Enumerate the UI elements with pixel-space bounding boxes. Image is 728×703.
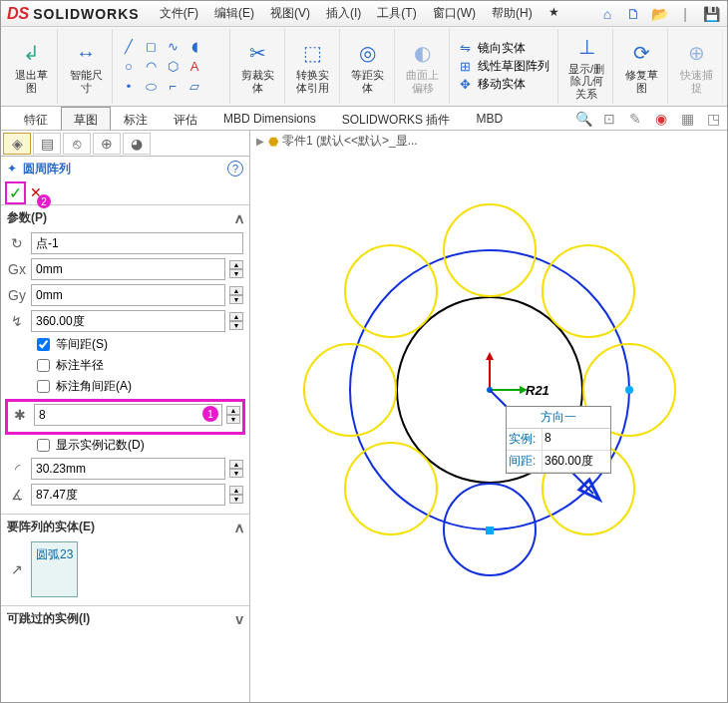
move-label[interactable]: 移动实体 xyxy=(478,76,526,93)
spinner[interactable]: ▲▼ xyxy=(229,286,243,304)
appearance-tab[interactable]: ◕ xyxy=(123,133,151,155)
circle-icon[interactable]: ○ xyxy=(119,58,139,76)
spacing-value[interactable]: 360.00度 xyxy=(543,451,595,472)
spline-icon[interactable]: ∿ xyxy=(163,38,182,56)
confirm-bar: ✓ ✕ 2 xyxy=(1,180,249,204)
x-coord-input[interactable] xyxy=(31,258,225,280)
skip-section: 可跳过的实例(I)v xyxy=(1,605,249,637)
graphics-area[interactable]: ▶ ⬣ 零件1 (默认<<默认>_显... xyxy=(250,131,727,703)
tab-plugin[interactable]: SOLIDWORKS 插件 xyxy=(329,107,464,130)
tab-sketch[interactable]: 草图 xyxy=(61,107,111,130)
ok-button[interactable]: ✓ xyxy=(9,184,22,201)
repair-sketch-button[interactable]: ⟳ 修复草图 xyxy=(619,37,663,95)
menu-view[interactable]: 视图(V) xyxy=(264,1,316,26)
chevron-up-icon[interactable]: ʌ xyxy=(235,520,243,535)
text-icon[interactable]: A xyxy=(184,58,204,76)
spinner[interactable]: ▲▼ xyxy=(229,260,243,278)
angle-input[interactable] xyxy=(31,310,225,332)
menu-window[interactable]: 窗口(W) xyxy=(427,1,482,26)
line-icon[interactable]: ╱ xyxy=(119,38,139,56)
appearance-icon[interactable]: ◉ xyxy=(651,109,671,129)
help-icon[interactable]: ? xyxy=(227,161,243,176)
zoom-fit-icon[interactable]: ⊡ xyxy=(599,109,619,129)
chevron-up-icon[interactable]: ʌ xyxy=(235,210,243,226)
tab-evaluate[interactable]: 评估 xyxy=(161,107,210,130)
spinner[interactable]: ▲▼ xyxy=(226,406,240,424)
feature-tree-tab[interactable]: ◈ xyxy=(3,133,31,155)
zoom-icon[interactable]: 🔍 xyxy=(573,109,593,129)
menu-edit[interactable]: 编辑(E) xyxy=(208,1,260,26)
point-icon[interactable]: • xyxy=(119,78,139,96)
plane-icon[interactable]: ▱ xyxy=(184,78,204,96)
slot-icon[interactable]: ◖ xyxy=(184,38,204,56)
fillet-icon[interactable]: ⌐ xyxy=(163,78,182,96)
ribbon: ↲ 退出草图 ↔ 智能尺寸 ╱ ◻ ∿ ◖ ○ ◠ ⬡ A • ⬭ xyxy=(1,27,727,107)
spinner[interactable]: ▲▼ xyxy=(229,460,243,478)
center-point-input[interactable] xyxy=(31,232,243,254)
menu-insert[interactable]: 插入(I) xyxy=(320,1,367,26)
home-icon[interactable]: ⌂ xyxy=(597,4,617,24)
smart-dimension-button[interactable]: ↔ 智能尺寸 xyxy=(64,37,108,95)
radius-dimension[interactable]: R21 xyxy=(526,383,549,398)
corner-rect-icon[interactable]: ◻ xyxy=(141,38,161,56)
sketch-tools-row-3: • ⬭ ⌐ ▱ xyxy=(119,78,225,96)
show-instance-checkbox[interactable] xyxy=(37,439,50,452)
linear-pattern-icon[interactable]: ⊞ xyxy=(456,58,476,76)
mark-angle-checkbox[interactable] xyxy=(37,380,50,393)
convert-icon: ⬚ xyxy=(299,39,327,67)
new-icon[interactable]: 🗋 xyxy=(623,4,643,24)
dimension-popup[interactable]: 方向一 实例:8 间距:360.00度 xyxy=(506,406,611,474)
menu-file[interactable]: 文件(F) xyxy=(154,1,204,26)
move-icon[interactable]: ✥ xyxy=(456,76,476,94)
open-icon[interactable]: 📂 xyxy=(649,4,669,24)
ellipse-icon[interactable]: ⬭ xyxy=(141,78,161,96)
save-icon[interactable]: 💾 xyxy=(701,4,721,24)
tab-mbd[interactable]: MBD xyxy=(463,107,516,130)
arc-icon[interactable]: ◠ xyxy=(141,58,161,76)
spinner[interactable]: ▲▼ xyxy=(229,486,243,504)
offset-on-surface-button[interactable]: ◐ 曲面上偏移 xyxy=(401,37,445,95)
menu-tools[interactable]: 工具(T) xyxy=(371,1,422,26)
menu-bar: 文件(F) 编辑(E) 视图(V) 插入(I) 工具(T) 窗口(W) 帮助(H… xyxy=(154,1,565,26)
show-instance-label: 显示实例记数(D) xyxy=(56,437,145,454)
property-tab[interactable]: ▤ xyxy=(33,133,61,155)
y-coord-input[interactable] xyxy=(31,284,225,306)
linear-pattern-label[interactable]: 线性草图阵列 xyxy=(478,58,549,75)
instance-count-input[interactable] xyxy=(34,404,222,426)
menu-help[interactable]: 帮助(H) xyxy=(486,1,539,26)
dimxpert-tab[interactable]: ⊕ xyxy=(93,133,121,155)
equal-spacing-checkbox[interactable] xyxy=(37,338,50,351)
offset-icon: ◎ xyxy=(354,39,382,67)
hide-show-icon[interactable]: ◳ xyxy=(703,109,723,129)
trim-button[interactable]: ✂ 剪裁实体 xyxy=(236,37,280,95)
spinner[interactable]: ▲▼ xyxy=(229,312,243,330)
mark-radius-checkbox[interactable] xyxy=(37,359,50,372)
mirror-label[interactable]: 镜向实体 xyxy=(478,40,526,57)
panel-title: 圆周阵列 xyxy=(23,161,71,177)
mark-angle-label: 标注角间距(A) xyxy=(56,378,132,395)
radius-input[interactable] xyxy=(31,458,225,480)
config-tab[interactable]: ⎋ xyxy=(63,133,91,155)
section-icon[interactable]: ✎ xyxy=(625,109,645,129)
entities-list[interactable]: 圆弧23 xyxy=(31,541,78,597)
ds-logo-icon: DS xyxy=(7,5,29,23)
instance-value[interactable]: 8 xyxy=(543,429,553,450)
tab-feature[interactable]: 特征 xyxy=(11,107,61,130)
polygon-icon[interactable]: ⬡ xyxy=(163,58,182,76)
arc-angle-input[interactable] xyxy=(31,484,225,506)
menu-search-icon[interactable]: ★ xyxy=(543,1,565,26)
exit-sketch-button[interactable]: ↲ 退出草图 xyxy=(9,37,53,95)
relations-icon: ⊥ xyxy=(572,33,600,61)
mirror-icon[interactable]: ⇋ xyxy=(456,40,476,58)
display-icon[interactable]: ▦ xyxy=(677,109,697,129)
params-section: 参数(P)ʌ ↻ Gx▲▼ Gy▲▼ ↯▲▼ 等间距(S) 标注半径 标注角间距… xyxy=(1,204,249,514)
show-relations-button[interactable]: ⊥ 显示/删除几何关系 xyxy=(564,31,608,101)
instance-label: 实例: xyxy=(507,429,543,450)
chevron-down-icon[interactable]: v xyxy=(235,611,243,627)
command-tab-bar: 特征 草图 标注 评估 MBD Dimensions SOLIDWORKS 插件… xyxy=(1,107,727,131)
tab-annotate[interactable]: 标注 xyxy=(111,107,161,130)
radius-icon: ◜ xyxy=(7,459,27,479)
tab-mbd-dim[interactable]: MBD Dimensions xyxy=(210,107,329,130)
convert-entities-button[interactable]: ⬚ 转换实体引用 xyxy=(291,37,335,95)
offset-entities-button[interactable]: ◎ 等距实体 xyxy=(346,37,390,95)
